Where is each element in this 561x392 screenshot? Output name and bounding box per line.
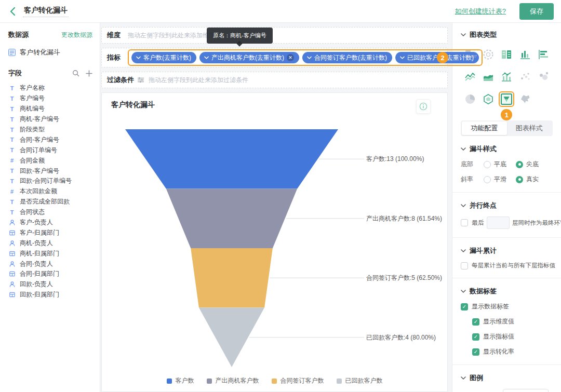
chevron-down-icon xyxy=(461,376,466,380)
field-item[interactable]: T阶段类型 xyxy=(8,125,92,135)
field-item[interactable]: T是否完成全部回款 xyxy=(8,197,92,207)
real-slope-label[interactable]: 真实 xyxy=(526,175,539,184)
field-item[interactable]: #合同金额 xyxy=(8,155,92,166)
legend-position-select[interactable]: 底部 xyxy=(503,389,549,392)
show-data-label-text[interactable]: 显示数据标签 xyxy=(472,302,509,311)
chevron-down-icon xyxy=(307,56,312,59)
metrics-drop-zone[interactable]: 指标 客户数(去重计数)产出商机客户数(去重计数)✕合同签订客户数(去重计数)已… xyxy=(101,48,448,67)
field-label: 客户-归属部门 xyxy=(20,228,59,237)
chart-type-map-chart-icon[interactable] xyxy=(517,91,533,107)
chart-info-button[interactable] xyxy=(416,99,431,114)
legend-section-header[interactable]: 图例 xyxy=(461,373,553,383)
chart-type-area-chart-icon[interactable] xyxy=(480,69,496,85)
legend-label: 产出商机客户数 xyxy=(216,376,259,385)
chart-type-bar-chart-icon[interactable] xyxy=(536,47,551,62)
legend-item[interactable]: 已回款客户数 xyxy=(337,376,383,385)
chart-type-gauge-icon[interactable] xyxy=(480,47,496,62)
remove-metric-icon[interactable]: ✕ xyxy=(287,54,294,61)
chart-type-section-header[interactable]: 图表类型 xyxy=(461,30,553,39)
radio-smooth-slope[interactable] xyxy=(484,176,491,183)
funnel-cumulative-section-header[interactable]: 漏斗累计 xyxy=(461,246,553,255)
legend-item[interactable]: 合同签订客户数 xyxy=(272,376,324,385)
field-item[interactable]: T客户编号 xyxy=(8,93,92,104)
field-item[interactable]: 合同-归属部门 xyxy=(8,269,92,279)
chart-type-pie-chart-icon[interactable] xyxy=(462,91,478,107)
show-metric-value-label[interactable]: 显示指标值 xyxy=(483,332,514,341)
pointed-bottom-label[interactable]: 尖底 xyxy=(526,160,539,169)
show-dimension-value-checkbox[interactable] xyxy=(472,318,479,326)
field-item[interactable]: 商机-归属部门 xyxy=(8,248,92,259)
field-item[interactable]: 客户-负责人 xyxy=(8,218,92,228)
back-button[interactable] xyxy=(7,6,19,17)
chart-type-label: 图表类型 xyxy=(470,30,497,39)
chart-type-column-chart-icon[interactable] xyxy=(517,47,533,62)
parallel-end-count-input[interactable] xyxy=(487,217,510,229)
field-item[interactable]: T商机-客户编号 xyxy=(8,114,92,125)
show-conversion-rate-label[interactable]: 显示转化率 xyxy=(483,347,514,356)
metric-pill[interactable]: 客户数(去重计数) xyxy=(131,52,196,63)
help-link[interactable]: 如何创建统计表? xyxy=(455,7,506,16)
add-field-icon[interactable] xyxy=(86,70,92,77)
data-label-section-header[interactable]: 数据标签 xyxy=(461,287,553,296)
sidebar: 数据源 更改数据源 客户转化漏斗 字段 xyxy=(0,23,100,392)
flat-bottom-label[interactable]: 平底 xyxy=(494,160,506,169)
filter-drop-zone[interactable]: 过滤条件 拖动左侧字段到此处来添加过滤条件 xyxy=(101,72,448,88)
field-item[interactable]: T客户名称 xyxy=(8,83,92,93)
field-item[interactable]: 合同-负责人 xyxy=(8,259,92,269)
chart-type-funnel-chart-icon[interactable]: 1 xyxy=(499,91,514,107)
funnel-cumulative-label: 漏斗累计 xyxy=(470,246,497,255)
parallel-end-checkbox[interactable] xyxy=(461,219,468,226)
metric-pill[interactable]: 合同签订客户数(去重计数) xyxy=(302,52,392,63)
field-item[interactable]: T商机编号 xyxy=(8,104,92,114)
text-field-icon: T xyxy=(8,198,16,206)
user-field-icon xyxy=(8,281,16,288)
chart-type-scatter-plot-icon[interactable] xyxy=(517,69,533,85)
metric-pill[interactable]: 产出商机客户数(去重计数)✕ xyxy=(199,52,299,63)
filter-label: 过滤条件 xyxy=(107,75,134,85)
cumulative-option-label[interactable]: 每层累计当前与所有下层指标值 xyxy=(472,262,555,269)
chart-type-table-icon[interactable] xyxy=(499,47,514,62)
chart-type-metric-card-icon[interactable]: 12,987 xyxy=(462,47,478,62)
datasource-item[interactable]: 客户转化漏斗 xyxy=(8,48,92,57)
field-item[interactable]: 回款-负责人 xyxy=(8,279,92,290)
cumulative-checkbox[interactable] xyxy=(461,262,468,269)
field-item[interactable]: 客户-归属部门 xyxy=(8,227,92,238)
show-dimension-value-label[interactable]: 显示维度值 xyxy=(483,317,514,326)
chart-type-line-chart-icon[interactable] xyxy=(462,69,478,85)
page-title[interactable]: 客户转化漏斗 xyxy=(23,6,69,17)
chart-type-radar-chart-icon[interactable] xyxy=(480,91,496,107)
legend-item[interactable]: 产出商机客户数 xyxy=(207,376,259,385)
field-item[interactable]: T回款-客户编号 xyxy=(8,166,92,176)
show-conversion-rate-checkbox[interactable] xyxy=(472,348,479,356)
dept-field-icon xyxy=(8,291,16,299)
filter-sliders-icon xyxy=(137,77,144,83)
field-item[interactable]: #本次回款金额 xyxy=(8,186,92,197)
search-icon[interactable] xyxy=(72,70,79,77)
dimension-drop-zone[interactable]: 维度 拖动左侧字段到此处来添加维度 xyxy=(101,27,448,44)
smooth-slope-label[interactable]: 平滑 xyxy=(494,175,506,184)
save-button[interactable]: 保存 xyxy=(519,3,554,20)
funnel-style-section-header[interactable]: 漏斗样式 xyxy=(461,144,553,154)
show-metric-value-checkbox[interactable] xyxy=(472,333,479,341)
funnel-stage xyxy=(125,129,338,189)
change-datasource-link[interactable]: 更改数据源 xyxy=(61,31,92,39)
chevron-down-icon xyxy=(461,33,466,36)
chart-type-bubble-chart-icon[interactable] xyxy=(536,69,551,85)
radio-flat-bottom[interactable] xyxy=(484,161,491,168)
tab-function-config[interactable]: 功能配置 xyxy=(462,121,507,135)
show-data-label-checkbox[interactable] xyxy=(461,303,468,310)
field-item[interactable]: T合同订单编号 xyxy=(8,145,92,155)
field-item[interactable]: T合同状态 xyxy=(8,207,92,218)
funnel-style-label: 漏斗样式 xyxy=(470,144,497,154)
radio-pointed-bottom[interactable] xyxy=(516,161,523,168)
chart-type-combo-chart-icon[interactable] xyxy=(499,69,514,85)
tab-chart-style[interactable]: 图表样式 xyxy=(507,121,552,135)
field-item[interactable]: T合同-客户编号 xyxy=(8,134,92,145)
field-item[interactable]: 商机-负责人 xyxy=(8,238,92,248)
filter-placeholder: 拖动左侧字段到此处来添加过滤条件 xyxy=(149,76,248,85)
parallel-end-section-header[interactable]: 并行终点 xyxy=(461,201,553,210)
legend-item[interactable]: 客户数 xyxy=(167,376,194,385)
field-item[interactable]: 回款-归属部门 xyxy=(8,290,92,300)
radio-real-slope[interactable] xyxy=(516,176,523,183)
field-item[interactable]: T回款-合同订单编号 xyxy=(8,176,92,186)
